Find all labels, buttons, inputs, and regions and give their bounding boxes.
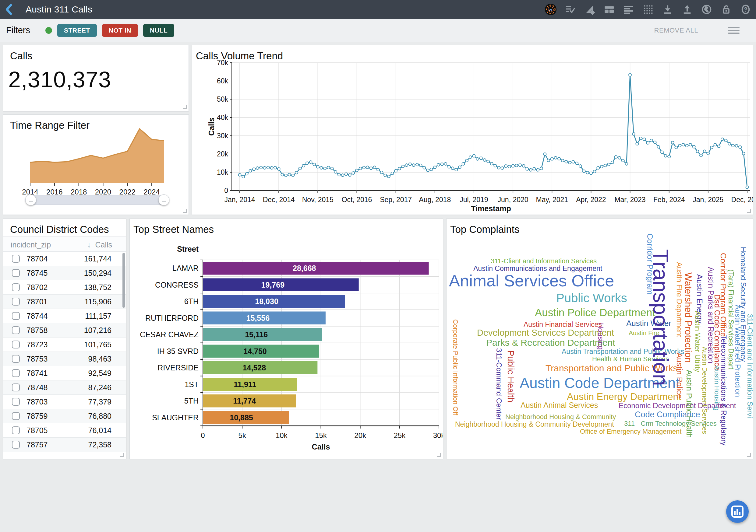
ai-logo-icon[interactable]: AI — [545, 3, 557, 15]
row-checkbox[interactable] — [12, 326, 20, 334]
hamburger-menu-icon[interactable] — [728, 25, 740, 36]
resize-handle[interactable] — [120, 453, 124, 457]
complaint-word[interactable]: Neighborhood Housing & Community — [505, 414, 616, 420]
row-checkbox[interactable] — [12, 426, 20, 434]
row-checkbox[interactable] — [12, 283, 20, 291]
complaint-word[interactable]: 311-Client and Information Services — [491, 258, 597, 265]
row-checkbox[interactable] — [12, 255, 20, 263]
table-row[interactable]: 78744111,157 — [3, 309, 126, 323]
svg-text:Nov, 2015: Nov, 2015 — [302, 196, 334, 204]
chart-fab-button[interactable] — [726, 500, 749, 523]
row-checkbox[interactable] — [12, 269, 20, 277]
column-divider[interactable] — [69, 239, 69, 250]
svg-text:Jan, 2025: Jan, 2025 — [693, 196, 723, 204]
complaint-word[interactable]: Austin Police — [676, 353, 684, 398]
row-checkbox[interactable] — [12, 341, 20, 348]
filter-chip-operator[interactable]: NOT IN — [102, 24, 138, 37]
row-checkbox[interactable] — [12, 298, 20, 306]
row-checkbox[interactable] — [12, 398, 20, 406]
table-row[interactable]: 78702138,752 — [3, 280, 126, 294]
complaint-word[interactable]: (Tara) Financial Services Depart — [727, 269, 734, 369]
align-lines-icon[interactable] — [623, 3, 635, 15]
resize-handle[interactable] — [747, 453, 751, 457]
svg-text:?: ? — [744, 6, 747, 13]
resize-handle[interactable] — [183, 209, 187, 213]
table-scrollbar[interactable] — [122, 253, 125, 308]
row-checkbox[interactable] — [12, 412, 20, 420]
column-divider[interactable] — [121, 239, 121, 250]
complaint-word[interactable]: Neighborhood Housing & Community Develop… — [455, 421, 614, 428]
complaint-word[interactable]: Public Health — [506, 350, 515, 402]
row-checkbox[interactable] — [12, 441, 20, 449]
column-header-incident-zip[interactable]: incident_zip — [11, 241, 51, 249]
table-row[interactable]: 78723101,765 — [3, 338, 126, 352]
filter-chip-value[interactable]: NULL — [143, 24, 174, 37]
measure-settings-icon[interactable] — [583, 3, 596, 15]
back-button[interactable] — [0, 0, 18, 19]
table-row[interactable]: 78704161,744 — [3, 252, 126, 266]
dot-grid-icon[interactable] — [642, 3, 654, 15]
complaint-word[interactable]: Transportation — [650, 249, 671, 386]
globe-icon[interactable] — [701, 3, 713, 15]
complaint-word[interactable]: Austin Housing — [713, 366, 720, 411]
row-checkbox[interactable] — [12, 355, 20, 363]
complaint-word[interactable]: Austin Fire Department — [676, 262, 683, 337]
table-row[interactable]: 7875772,358 — [3, 438, 126, 452]
table-row[interactable]: 78701115,906 — [3, 294, 126, 309]
complaint-word[interactable]: 311-Client and Information Servi — [746, 314, 753, 418]
complaint-word[interactable]: Austin Energy Department — [567, 392, 681, 401]
table-row[interactable]: 7870377,379 — [3, 395, 126, 409]
table-row[interactable]: 7874887,246 — [3, 380, 126, 395]
volume-trend-line-chart[interactable]: Jan, 2014Dec, 2014Nov, 2015Oct, 2016Sep,… — [192, 45, 753, 215]
complaint-word[interactable]: Austin Animal Services — [521, 401, 598, 409]
remove-all-button[interactable]: REMOVE ALL — [654, 26, 698, 35]
help-icon[interactable]: ? — [740, 3, 752, 15]
time-range-slider-handle-left[interactable] — [25, 194, 36, 205]
complaint-word[interactable]: Watershed Protection — [684, 272, 693, 363]
table-row[interactable]: 78745150,294 — [3, 266, 126, 280]
complaint-word[interactable]: Animal Services Office — [449, 272, 614, 289]
table-row[interactable]: 78758107,216 — [3, 323, 126, 338]
filter-chip-street[interactable]: STREET — [57, 24, 97, 37]
table-row[interactable]: 7874192,549 — [3, 366, 126, 380]
table-header: incident_zip ↓ Calls — [3, 237, 126, 252]
complaint-word[interactable]: Corporate Public Information Off — [452, 319, 459, 415]
complaint-word[interactable]: Public Works — [556, 292, 627, 304]
table-row[interactable]: 7870576,014 — [3, 423, 126, 438]
svg-text:2020: 2020 — [95, 188, 111, 196]
unlock-icon[interactable] — [720, 3, 732, 15]
table-row[interactable]: 7875398,463 — [3, 352, 126, 366]
complaint-word[interactable]: Austin Water Utility — [694, 311, 701, 372]
resize-handle[interactable] — [747, 209, 751, 213]
checklist-icon[interactable] — [564, 3, 576, 15]
complaint-word[interactable]: Housing — [597, 323, 604, 350]
time-range-slider-track[interactable] — [31, 195, 164, 205]
svg-text:70k: 70k — [217, 59, 229, 67]
svg-text:AI: AI — [549, 8, 552, 11]
row-checkbox[interactable] — [12, 312, 20, 320]
layout-icon[interactable] — [603, 3, 615, 15]
complaint-word[interactable]: Austin Financial Services — [524, 321, 602, 328]
row-checkbox[interactable] — [12, 369, 20, 377]
resize-handle[interactable] — [437, 453, 441, 457]
complaint-word[interactable]: Office of Emergency Management — [580, 428, 681, 435]
complaint-word[interactable]: Parks & Recreation Department — [486, 338, 615, 347]
complaint-word[interactable]: 311-Command Center — [495, 348, 502, 420]
table-row[interactable]: 7875976,880 — [3, 409, 126, 423]
download-icon[interactable] — [662, 3, 674, 15]
complaint-word[interactable]: Telecommunications & Regulatory — [720, 335, 727, 445]
resize-handle[interactable] — [183, 105, 187, 109]
complaint-word[interactable]: Austin Communications and Engagement — [473, 265, 602, 272]
complaint-word[interactable]: Austin Police Department — [535, 307, 655, 318]
complaint-word[interactable]: Development Services Department — [477, 328, 614, 337]
complaint-word[interactable]: Austin Public Health — [685, 370, 693, 438]
complaint-word[interactable]: Corridor Program Office — [719, 253, 727, 337]
zip-cell: 78703 — [26, 397, 48, 406]
column-header-calls[interactable]: ↓ Calls — [87, 241, 112, 249]
svg-text:28,668: 28,668 — [293, 264, 316, 272]
upload-icon[interactable] — [681, 3, 693, 15]
row-checkbox[interactable] — [12, 384, 20, 392]
time-range-slider-handle-right[interactable] — [158, 194, 169, 205]
calls-cell: 101,765 — [84, 340, 112, 349]
street-names-bar-chart[interactable]: 05k10k15k20k25k30k28,668LAMAR19,769CONGR… — [130, 219, 443, 459]
